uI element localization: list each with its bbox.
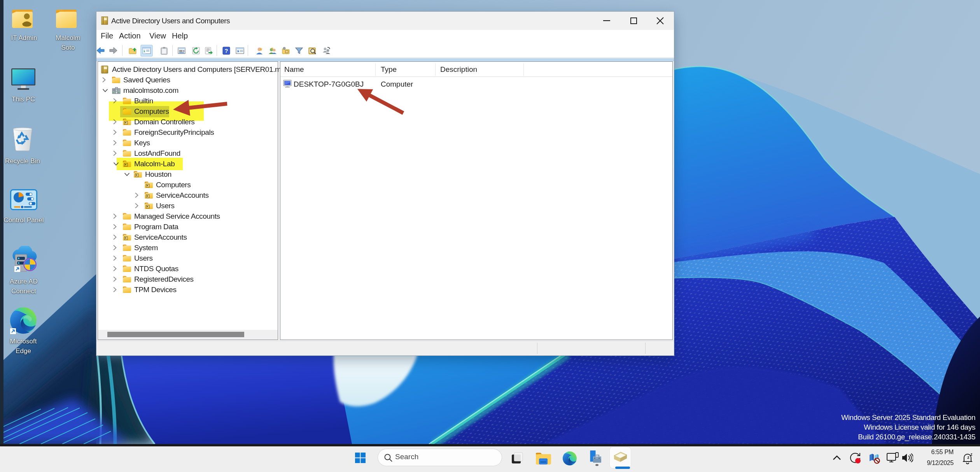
- svg-text:z: z: [971, 452, 973, 456]
- svg-text:z: z: [967, 455, 970, 460]
